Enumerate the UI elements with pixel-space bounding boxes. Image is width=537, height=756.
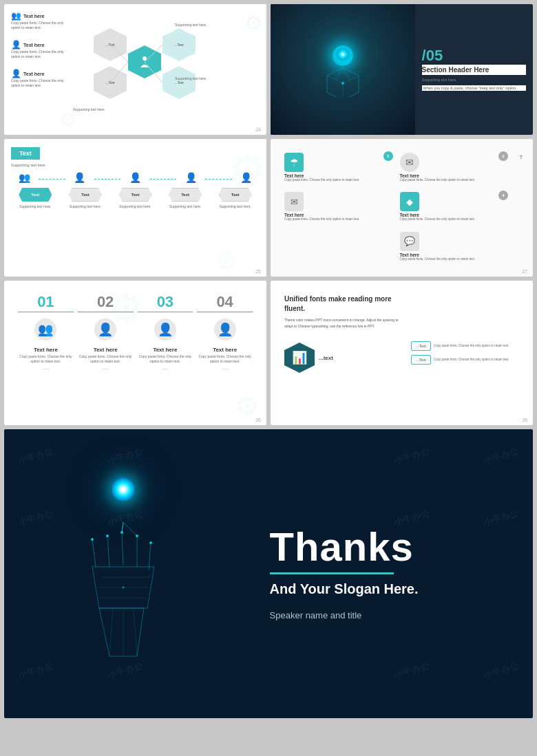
grid-item-right1: 2 ✉ Text here Copy paste fonts. Choose t… (397, 150, 510, 186)
slide-6: Unified fonts make reading more fluent. … (271, 281, 533, 425)
flow-item-1: 👥 (11, 173, 37, 186)
pill-1-label: ...Text (411, 341, 431, 351)
wm-3: 小牛办公 (393, 446, 431, 467)
item-2-desc: Copy paste fonts. Choose the only option… (11, 50, 73, 59)
flow-label-1: Text (19, 188, 52, 202)
flow-icon-5: 👤 (240, 173, 253, 186)
wireframe-hand-svg (72, 498, 175, 663)
wm-12: 小牛办公 (483, 660, 520, 682)
col2-number: 02 (97, 294, 114, 310)
flow-icon-3: 👤 (128, 173, 142, 186)
body-text: Theme color makes PPT more convenient to… (284, 317, 405, 329)
svg-line-18 (149, 543, 151, 570)
wm-4: 小牛办公 (483, 446, 520, 467)
slide6-left: Unified fonts make reading more fluent. … (284, 294, 411, 411)
col3-desc: Copy paste fonts. Choose the only option… (138, 354, 193, 364)
col3-divider (138, 312, 193, 312)
flow-boxes-row: Text Text Text Text Text (11, 188, 260, 202)
section-number: /05 (422, 48, 526, 63)
svg-line-14 (92, 539, 96, 567)
column-1: 01 👥 Text here Copy paste fonts. Choose … (18, 294, 74, 371)
col4-icon-wrap: 👤 (214, 318, 236, 341)
page-number: 26 (255, 418, 261, 422)
slide-2: /05 Section Header Here Supporting text … (271, 4, 533, 135)
col2-icon-wrap: 👤 (94, 318, 116, 341)
col1-number: 01 (37, 294, 54, 310)
col4-title: Text here (213, 347, 237, 353)
col4-more: —— (222, 367, 229, 371)
bottom-hex-section: 📊 ...text (284, 343, 411, 373)
wm-8: 小牛办公 (483, 508, 520, 529)
flow-item-5: 👤 (233, 173, 260, 186)
hex-bottom-label: ...text (319, 355, 333, 361)
brain-wireframe (326, 66, 360, 97)
col4-desc: Copy paste fonts. Choose the only option… (197, 354, 253, 364)
item-3-title: Text here (284, 173, 392, 178)
support-2: Supporting text here. (66, 204, 104, 208)
list-item: 👥 Text here Copy paste fonts. Choose the… (11, 11, 73, 30)
col2-divider (78, 312, 134, 312)
pill-1-desc: Copy paste fonts. Choose the only option… (434, 344, 519, 349)
item-2-title: Text here (23, 43, 45, 47)
item-5-title: Text here (400, 252, 507, 257)
col3-more: —— (162, 367, 169, 371)
svg-point-26 (106, 534, 109, 537)
slide4-indicator: T (515, 144, 527, 271)
flow-label-2: Text (69, 188, 102, 202)
icon-box-1: ✉ (284, 192, 304, 211)
thanks-text-area: Thanks And Your Slogan Here. Speaker nam… (242, 527, 533, 620)
support-text-2: Supporting text here. (175, 76, 207, 80)
col3-number: 03 (157, 294, 173, 310)
item-1-title: Text here (23, 14, 45, 19)
svg-line-22 (109, 608, 113, 656)
col3-icon-wrap: 👤 (154, 318, 176, 341)
item-3-title: Text here (23, 72, 45, 76)
svg-point-29 (149, 541, 152, 544)
flow-box-5: Text (219, 188, 252, 202)
flow-line-3 (150, 179, 176, 180)
pill-row-2: ...Text Copy paste fonts. Choose the onl… (411, 355, 519, 365)
flow-box-4: Text (169, 188, 202, 202)
item-4-title: Text here (400, 213, 507, 217)
wm-11: 小牛办公 (393, 660, 431, 682)
list-item: 👤 Text here Copy paste fonts. Choose the… (11, 69, 73, 88)
flow-item-3: 👤 (122, 173, 148, 186)
columns-container: 01 👥 Text here Copy paste fonts. Choose … (11, 288, 260, 378)
hexagon-diagram: ...Text ...Text ...Text ...Text Supporti… (73, 8, 263, 121)
col2-icon: 👤 (94, 318, 116, 341)
brain-glow-visual (319, 42, 367, 97)
grid-item-5: 💬 Text here Copy paste fonts. Choose the… (397, 229, 510, 266)
item-3-desc: Copy paste fonts. Choose the only option… (11, 78, 73, 88)
badge-3: 3 (383, 151, 393, 161)
icon-box-r1: ✉ (400, 153, 419, 172)
thanks-speaker: Speaker name and title (270, 610, 505, 620)
connector-lines (73, 8, 263, 121)
icon-box-3: ☂ (284, 153, 304, 172)
support-5: Supporting text here. (216, 204, 254, 208)
svg-line-15 (107, 536, 109, 567)
thanks-visual (4, 429, 242, 718)
slide-3: ⚙ ⚙ Text Supporting text here. 👥 👤 👤 👤 (4, 139, 266, 277)
item-1-desc: Copy paste fonts. Choose the only option… (284, 217, 392, 222)
slide-1: ⚙ ⚙ 👥 Text here Copy paste fonts. Choose… (4, 4, 266, 135)
svg-line-4 (110, 62, 128, 83)
col1-divider (18, 312, 74, 312)
col4-divider (197, 312, 253, 312)
col1-title: Text here (34, 347, 58, 353)
item-3-desc: Copy paste fonts. Choose the only option… (284, 178, 392, 182)
glow-orb (336, 47, 350, 61)
flow-label-5: Text (219, 188, 252, 202)
svg-marker-12 (99, 608, 144, 656)
page-number: 28 (522, 418, 527, 422)
support-1: Supporting text here. (17, 204, 54, 208)
column-3: 03 👤 Text here Copy paste fonts. Choose … (138, 294, 193, 371)
slide4-layout: 3 ☂ Text here Copy paste fonts. Choose t… (276, 144, 527, 271)
grid-item-4: 4 ◆ Text here Copy paste fonts. Choose t… (397, 189, 510, 226)
pill-2-label: ...Text (411, 355, 431, 365)
flow-line-1 (39, 179, 65, 180)
col1-desc: Copy paste fonts. Choose the only option… (18, 354, 74, 364)
support-3: Supporting text here. (116, 204, 154, 208)
pill-row-1: ...Text Copy paste fonts. Choose the onl… (411, 341, 519, 351)
section-content: /05 Section Header Here Supporting text … (415, 4, 533, 135)
support-text-1: Supporting text here. (175, 23, 207, 27)
